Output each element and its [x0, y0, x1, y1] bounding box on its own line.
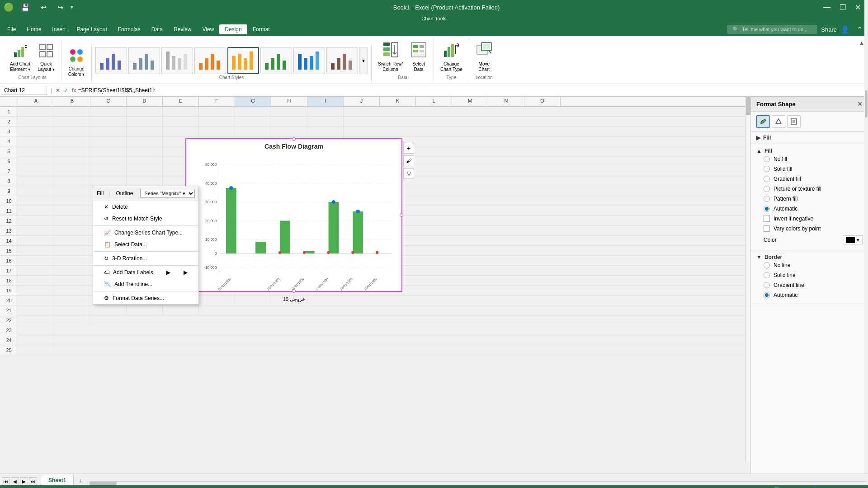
- delete-menu-item[interactable]: ✕ Delete: [93, 201, 198, 213]
- col-header-m[interactable]: M: [452, 97, 488, 106]
- cell-e21[interactable]: [163, 305, 199, 315]
- cell-i2[interactable]: [307, 117, 344, 126]
- cell-b13[interactable]: [54, 226, 90, 235]
- cell-b21[interactable]: [54, 305, 90, 315]
- col-header-g[interactable]: G: [235, 97, 271, 106]
- chart-resize-bottom[interactable]: [292, 289, 296, 293]
- cell-a12[interactable]: [18, 216, 54, 225]
- panel-close-button[interactable]: ✕: [857, 100, 863, 108]
- cell-a13[interactable]: [18, 226, 54, 235]
- gradient-fill-radio[interactable]: [764, 176, 770, 182]
- cell-a18[interactable]: [18, 276, 54, 285]
- next-sheet-button[interactable]: ▶: [20, 477, 28, 485]
- automatic-fill-radio[interactable]: [764, 206, 770, 212]
- cell-a10[interactable]: [18, 196, 54, 206]
- cell-d1[interactable]: [127, 107, 163, 116]
- series-dropdown[interactable]: Series "Magnitu" ▾: [140, 189, 195, 198]
- cell-b18[interactable]: [54, 276, 90, 285]
- chart-style-4[interactable]: [194, 47, 226, 74]
- col-header-b[interactable]: B: [54, 97, 90, 106]
- menu-format[interactable]: Format: [247, 24, 275, 34]
- cell-b11[interactable]: [54, 206, 90, 216]
- panel-fill-icon-btn[interactable]: [756, 115, 770, 128]
- cell-a1[interactable]: [18, 107, 54, 116]
- col-header-i[interactable]: I: [307, 97, 344, 106]
- cell-b15[interactable]: [54, 246, 90, 255]
- cell-b14[interactable]: [54, 236, 90, 245]
- pattern-fill-radio[interactable]: [764, 196, 770, 202]
- add-sheet-button[interactable]: +: [75, 476, 85, 485]
- cell-c6[interactable]: [90, 156, 127, 166]
- format-data-series-menu-item[interactable]: ⚙ Format Data Series...: [93, 292, 198, 304]
- add-data-labels-menu-item[interactable]: 🏷 Add Data Labels ▶: [93, 267, 198, 278]
- horizontal-scrollbar[interactable]: [90, 481, 866, 485]
- chart-filter-button[interactable]: ▽: [403, 168, 414, 179]
- restore-button[interactable]: ❐: [836, 2, 849, 13]
- col-header-e[interactable]: E: [163, 97, 199, 106]
- cell-e2[interactable]: [163, 117, 199, 126]
- bar-1[interactable]: [226, 188, 236, 253]
- chart-style-1[interactable]: [95, 47, 127, 74]
- cell-a17[interactable]: [18, 266, 54, 275]
- cell-c2[interactable]: [90, 117, 127, 126]
- cell-a19[interactable]: [18, 286, 54, 295]
- function-button[interactable]: fx: [72, 87, 76, 94]
- chart-style-8[interactable]: [326, 47, 358, 74]
- chart-style-5[interactable]: [227, 47, 259, 74]
- menu-review[interactable]: Review: [168, 24, 197, 34]
- col-header-h[interactable]: H: [271, 97, 307, 106]
- cell-h1[interactable]: [271, 107, 307, 116]
- bar-3[interactable]: [280, 221, 290, 253]
- close-button[interactable]: ✕: [851, 2, 864, 13]
- cell-f1[interactable]: [199, 107, 235, 116]
- cell-c4[interactable]: [90, 136, 127, 146]
- bar-5[interactable]: [329, 202, 339, 253]
- cell-b5[interactable]: [54, 146, 90, 156]
- picture-texture-radio[interactable]: [764, 186, 770, 192]
- name-box[interactable]: Chart 12: [2, 86, 47, 95]
- no-line-option[interactable]: No line: [756, 260, 863, 270]
- cell-a23[interactable]: [18, 325, 54, 335]
- cell-g1[interactable]: [235, 107, 271, 116]
- cell-a15[interactable]: [18, 246, 54, 255]
- panel-scrollbar[interactable]: [864, 97, 868, 474]
- cell-a22[interactable]: [18, 315, 54, 325]
- cell-b9[interactable]: [54, 186, 90, 196]
- no-fill-radio[interactable]: [764, 156, 770, 162]
- cell-b19[interactable]: [54, 286, 90, 295]
- cell-d5[interactable]: [127, 146, 163, 156]
- cell-a8[interactable]: [18, 176, 54, 186]
- col-header-o[interactable]: O: [524, 97, 561, 106]
- no-line-radio[interactable]: [764, 262, 770, 268]
- cell-d8[interactable]: [127, 176, 163, 186]
- change-chart-type-button[interactable]: Change Chart Type: [438, 40, 465, 74]
- cell-i3[interactable]: [307, 127, 344, 136]
- page-layout-view-button[interactable]: 📄: [772, 487, 783, 488]
- col-header-l[interactable]: L: [416, 97, 452, 106]
- prev-sheet-button[interactable]: ◀: [11, 477, 19, 485]
- gradient-line-option[interactable]: Gradient line: [756, 280, 863, 290]
- confirm-entry-button[interactable]: ✓: [64, 87, 68, 94]
- redo-button[interactable]: ↪: [54, 2, 67, 13]
- pattern-fill-option[interactable]: Pattern fill: [756, 194, 863, 204]
- chart-container[interactable]: Cash Flow Diagram 5: [185, 138, 402, 292]
- cancel-entry-button[interactable]: ✕: [56, 87, 60, 94]
- minimize-button[interactable]: —: [820, 2, 834, 12]
- add-trendline-menu-item[interactable]: 📉 Add Trendline...: [93, 278, 198, 290]
- chart-style-7[interactable]: [293, 47, 325, 74]
- style-scroll-down[interactable]: ▼: [359, 47, 368, 74]
- col-header-a[interactable]: A: [18, 97, 54, 106]
- automatic-border-option[interactable]: Automatic: [756, 290, 863, 300]
- cell-c5[interactable]: [90, 146, 127, 156]
- col-header-c[interactable]: C: [90, 97, 127, 106]
- menu-page-layout[interactable]: Page Layout: [71, 24, 112, 34]
- menu-view[interactable]: View: [197, 24, 220, 34]
- color-picker-button[interactable]: ▾: [843, 235, 863, 244]
- panel-effects-icon-btn[interactable]: [772, 115, 785, 128]
- cell-h2[interactable]: [271, 117, 307, 126]
- col-header-k[interactable]: K: [380, 97, 416, 106]
- solid-fill-option[interactable]: Solid fill: [756, 164, 863, 174]
- cell-e3[interactable]: [163, 127, 199, 136]
- cell-d21[interactable]: [127, 305, 163, 315]
- fill-section-header[interactable]: ▲ Fill: [756, 148, 863, 154]
